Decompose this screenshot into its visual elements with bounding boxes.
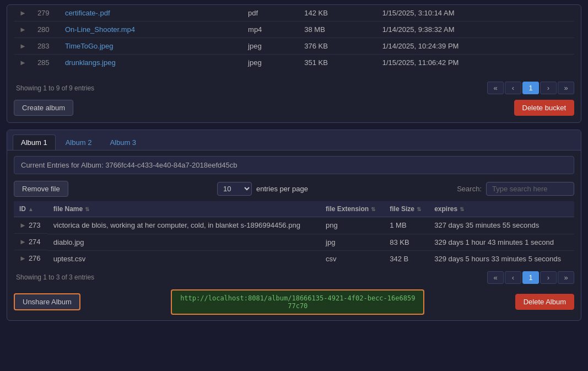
row-expires-cell: 329 days 5 hours 33 minutes 5 seconds: [429, 250, 574, 267]
table-row: ► 274 diablo.jpg jpg 83 KB 329 days 1 ho…: [14, 234, 574, 250]
row-name-cell[interactable]: On-Line_Shooter.mp4: [60, 21, 242, 38]
album-tab[interactable]: Album 3: [101, 135, 144, 150]
row-size-cell: 376 KB: [299, 38, 376, 55]
table-row: ► 285 drunklangs.jpeg jpeg 351 KB 1/15/2…: [14, 55, 574, 71]
row-expand-cell: ►: [14, 38, 32, 55]
column-header[interactable]: file Extension⇅: [320, 201, 384, 217]
table-row: ► 279 certificate-.pdf pdf 142 KB 1/15/2…: [14, 5, 574, 21]
column-header[interactable]: ID▲: [14, 201, 48, 217]
page-button[interactable]: ›: [540, 271, 557, 284]
pagination-info: Showing 1 to 9 of 9 entries: [14, 84, 486, 92]
row-id-cell: 280: [32, 21, 60, 38]
row-name-cell: uptest.csv: [48, 250, 320, 267]
pagination-info: Showing 1 to 3 of 3 entries: [14, 273, 486, 281]
sort-icon: ⇅: [371, 206, 375, 212]
row-ext-cell: jpeg: [242, 55, 299, 71]
row-expires-cell: 327 days 35 minutes 55 seconds: [429, 217, 574, 234]
row-ext-cell: mp4: [242, 21, 299, 38]
row-name-cell[interactable]: TimeToGo.jpeg: [60, 38, 242, 55]
file-name-link[interactable]: On-Line_Shooter.mp4: [65, 25, 135, 34]
column-header[interactable]: file Size⇅: [384, 201, 429, 217]
remove-file-button[interactable]: Remove file: [14, 181, 68, 197]
create-album-button[interactable]: Create album: [14, 100, 73, 116]
sort-icon: ⇅: [85, 206, 89, 212]
row-name-cell[interactable]: certificate-.pdf: [60, 5, 242, 21]
row-size-cell: 342 B: [384, 250, 429, 267]
search-label: Search:: [457, 185, 482, 193]
table-row: ► 280 On-Line_Shooter.mp4 mp4 38 MB 1/14…: [14, 21, 574, 38]
album-tab[interactable]: Album 2: [57, 135, 100, 150]
column-header[interactable]: file Name⇅: [48, 201, 320, 217]
row-id-cell: 283: [32, 38, 60, 55]
page-button[interactable]: »: [558, 82, 574, 94]
file-name-link[interactable]: TimeToGo.jpeg: [65, 42, 114, 50]
row-name-cell: diablo.jpg: [48, 234, 320, 250]
unshare-album-button[interactable]: Unshare Album: [14, 293, 80, 310]
row-date-cell: 1/14/2025, 10:24:39 PM: [377, 38, 574, 55]
page-button[interactable]: 1: [522, 82, 539, 94]
share-link: http://localhost:8081/album/18666135-492…: [171, 289, 424, 315]
entries-per-page-label: entries per page: [256, 185, 308, 193]
page-button[interactable]: »: [558, 271, 574, 284]
row-expand-cell: ► 273: [14, 217, 48, 234]
table-row: ► 276 uptest.csv csv 342 B 329 days 5 ho…: [14, 250, 574, 267]
album-tab[interactable]: Album 1: [13, 135, 56, 150]
page-button[interactable]: 1: [522, 271, 539, 284]
row-size-cell: 38 MB: [299, 21, 376, 38]
row-ext-cell: csv: [320, 250, 384, 267]
current-entry-label: Current Entries for Album: 3766fc44-c433…: [14, 156, 574, 174]
search-input[interactable]: [486, 182, 574, 196]
delete-album-button[interactable]: Delete Album: [515, 294, 574, 310]
row-id-cell: 285: [32, 55, 60, 71]
row-expires-cell: 329 days 1 hour 43 minutes 1 second: [429, 234, 574, 250]
column-header[interactable]: expires⇅: [429, 201, 574, 217]
row-date-cell: 1/15/2025, 11:06:42 PM: [377, 55, 574, 71]
delete-bucket-button[interactable]: Delete bucket: [514, 100, 575, 116]
row-size-cell: 351 KB: [299, 55, 376, 71]
row-size-cell: 83 KB: [384, 234, 429, 250]
row-ext-cell: jpeg: [242, 38, 299, 55]
sort-icon: ▲: [28, 206, 34, 212]
row-size-cell: 142 KB: [299, 5, 376, 21]
per-page-select[interactable]: 10 25 50: [217, 182, 252, 196]
row-date-cell: 1/15/2025, 3:10:14 AM: [377, 5, 574, 21]
row-expand-cell: ►: [14, 55, 32, 71]
row-id-cell: 279: [32, 5, 60, 21]
page-button[interactable]: «: [487, 271, 504, 284]
table-row: ► 273 victorica de blois, working at her…: [14, 217, 574, 234]
page-button[interactable]: ‹: [505, 271, 521, 284]
sort-icon: ⇅: [417, 206, 421, 212]
row-ext-cell: png: [320, 217, 384, 234]
row-expand-cell: ►: [14, 21, 32, 38]
table-row: ► 283 TimeToGo.jpeg jpeg 376 KB 1/14/202…: [14, 38, 574, 55]
row-size-cell: 1 MB: [384, 217, 429, 234]
row-expand-cell: ► 276: [14, 250, 48, 266]
row-ext-cell: pdf: [242, 5, 299, 21]
row-name-cell[interactable]: drunklangs.jpeg: [60, 55, 242, 71]
page-button[interactable]: ‹: [505, 82, 521, 94]
page-button[interactable]: «: [487, 82, 504, 94]
row-name-cell: victorica de blois, working at her compu…: [48, 217, 320, 234]
row-expand-cell: ► 274: [14, 234, 48, 250]
row-ext-cell: jpg: [320, 234, 384, 250]
file-name-link[interactable]: drunklangs.jpeg: [65, 58, 116, 67]
sort-icon: ⇅: [460, 206, 464, 212]
page-button[interactable]: ›: [540, 82, 557, 94]
row-expand-cell: ►: [14, 5, 32, 21]
file-name-link[interactable]: certificate-.pdf: [65, 9, 110, 17]
row-date-cell: 1/14/2025, 9:38:32 AM: [377, 21, 574, 38]
